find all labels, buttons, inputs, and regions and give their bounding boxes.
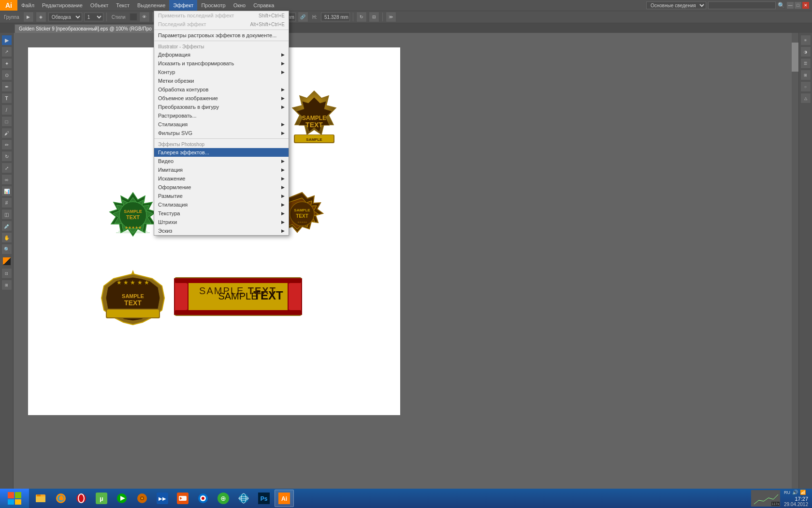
scale-tool[interactable]: ⤢ (1, 163, 12, 173)
panel-btn-3[interactable]: ☰ (800, 58, 811, 69)
menu-effect[interactable]: Эффект (169, 0, 197, 11)
x-input[interactable] (179, 13, 208, 21)
doc-tab-close[interactable]: ✕ (154, 27, 158, 31)
network-icon[interactable]: 📶 (800, 490, 806, 495)
panel-btn-6[interactable]: △ (800, 93, 811, 104)
taskbar-app8[interactable] (173, 490, 192, 507)
column-graph-tool[interactable]: 📊 (1, 186, 12, 196)
doc-tab-active[interactable]: Golden Sticker 9 [преобразованный].eps @… (14, 24, 162, 33)
eye-icon[interactable]: 👁 (139, 12, 150, 22)
pen-tool[interactable]: ✒ (1, 81, 12, 92)
draw-mode[interactable]: ⊡ (1, 268, 12, 279)
stroke-dropdown[interactable]: Обводка (48, 13, 82, 21)
vertical-scrollbar[interactable] (792, 33, 798, 497)
sound-icon[interactable]: 🔊 (792, 490, 798, 495)
taskbar-play[interactable] (112, 490, 131, 507)
rect-tool[interactable]: □ (1, 116, 12, 127)
sticker-banner-red-gold[interactable]: SAMPLE TEXT SAMPLE TEXT (174, 277, 302, 316)
paintbrush-tool[interactable]: 🖌 (1, 128, 12, 138)
blend-tool[interactable]: ∞ (1, 174, 12, 185)
taskbar-app10[interactable]: ⊕ (214, 490, 233, 507)
sticker-badge-dark-gold[interactable]: ★ ★ ★ ★ ★ SAMPLE TEXT Sample Text Sample… (197, 190, 248, 232)
screen-mode[interactable]: ⊞ (1, 280, 12, 290)
svg-text:★★★★★: ★★★★★ (297, 221, 307, 224)
svg-text:SAMPLE: SAMPLE (216, 208, 234, 213)
sticker-badge-bronze-stars[interactable]: ★ ★ ★ ★ ★ SAMPLE TEXT (102, 270, 164, 325)
eyedropper-tool[interactable]: 💉 (1, 221, 12, 231)
fill-stroke-swatch[interactable] (3, 257, 11, 265)
taskbar-app9[interactable] (193, 490, 213, 507)
sep3 (252, 13, 252, 21)
zoom-tool[interactable]: 🔍 (1, 244, 12, 254)
style-swatch[interactable] (130, 13, 137, 21)
maximize-button[interactable]: □ (795, 2, 801, 9)
taskbar-photoshop[interactable]: Ps (254, 490, 274, 507)
lock-icon[interactable]: 🔗 (298, 12, 308, 22)
rotate-tool[interactable]: ↻ (1, 151, 12, 162)
mesh-tool[interactable]: # (1, 197, 12, 208)
menu-file[interactable]: Файл (17, 0, 38, 11)
panel-btn-4[interactable]: ⊞ (800, 70, 811, 80)
svg-text:Ai: Ai (281, 495, 287, 502)
taskbar-firefox[interactable] (51, 490, 71, 507)
scroll-thumb-v[interactable] (792, 43, 798, 72)
svg-text:TEXT: TEXT (305, 121, 323, 129)
taskbar-opera[interactable] (72, 490, 91, 507)
arrow-tool[interactable]: ▶ (1, 35, 12, 45)
select-tool-btn[interactable]: ▶ (23, 12, 34, 22)
start-button[interactable] (0, 489, 29, 508)
menu-help[interactable]: Справка (249, 0, 278, 11)
taskbar-app7[interactable]: ▶▶ (153, 490, 172, 507)
type-tool[interactable]: T (1, 93, 12, 104)
menu-edit[interactable]: Редактирование (38, 0, 87, 11)
lasso-tool[interactable]: ⊙ (1, 70, 12, 80)
gradient-tool[interactable]: ◫ (1, 209, 12, 220)
taskbar-utorrent[interactable]: µ (92, 490, 111, 507)
sticker-badge-green[interactable]: SAMPLE TEXT ★★★★★ (110, 193, 156, 236)
sticker-badge-gold-dark[interactable]: SAMPLE SAMPLE TEXT (292, 91, 336, 143)
taskbar-illustrator[interactable]: Ai (275, 490, 294, 507)
svg-text:TEXT: TEXT (296, 213, 308, 219)
group-label: Группа (2, 15, 21, 20)
w-input[interactable] (267, 13, 296, 21)
layers-icon[interactable]: ⊞ (152, 12, 162, 22)
y-input[interactable] (220, 13, 249, 21)
menu-window[interactable]: Окно (230, 0, 250, 11)
menu-text[interactable]: Текст (112, 0, 133, 11)
style-label: Стили (110, 15, 128, 20)
direct-select-tool[interactable]: ↗ (1, 46, 12, 57)
svg-text:SAMPLE: SAMPLE (306, 137, 322, 142)
menu-selection[interactable]: Выделение (133, 0, 169, 11)
sticker-shield-red[interactable] (184, 103, 232, 171)
taskbar-explorer[interactable] (31, 490, 50, 507)
rotate-icon[interactable]: ↻ (356, 12, 367, 22)
main-area: ▶ ↗ ✦ ⊙ ✒ T / □ 🖌 ✏ ↻ ⤢ ∞ 📊 # ◫ 💉 ✋ 🔍 ⊡ … (0, 33, 812, 497)
search-input[interactable] (708, 1, 776, 9)
pencil-tool[interactable]: ✏ (1, 139, 12, 150)
svg-rect-42 (37, 494, 41, 496)
taskbar-media[interactable] (132, 490, 152, 507)
menu-view[interactable]: Просмотр (197, 0, 229, 11)
hand-tool[interactable]: ✋ (1, 232, 12, 243)
panel-btn-5[interactable]: ○ (800, 81, 811, 92)
workspace-selector[interactable]: Основные сведения (646, 1, 706, 9)
panel-btn-1[interactable]: ≡ (800, 35, 811, 45)
close-button[interactable]: ✕ (802, 2, 809, 9)
stroke-weight[interactable]: 1 (84, 13, 103, 21)
svg-text:µ: µ (100, 495, 103, 502)
menu-object[interactable]: Объект (87, 0, 112, 11)
search-icon[interactable]: 🔍 (778, 2, 785, 9)
line-tool[interactable]: / (1, 105, 12, 115)
h-input[interactable] (321, 13, 350, 21)
svg-text:⊕: ⊕ (220, 494, 226, 502)
panel-btn-2[interactable]: ◑ (800, 46, 811, 57)
taskbar-globe[interactable] (234, 490, 253, 507)
minimize-button[interactable]: — (787, 2, 794, 9)
align-icon[interactable]: ⊟ (369, 12, 379, 22)
sticker-badge-brown[interactable]: SAMPLE TEXT ★★★★★ (272, 193, 323, 232)
color-swatches (3, 257, 11, 265)
tool-btn-2[interactable]: ◈ (36, 12, 46, 22)
more-icon[interactable]: ≫ (386, 12, 396, 22)
magic-wand-tool[interactable]: ✦ (1, 58, 12, 69)
taskbar-preview: 117x (751, 490, 780, 507)
